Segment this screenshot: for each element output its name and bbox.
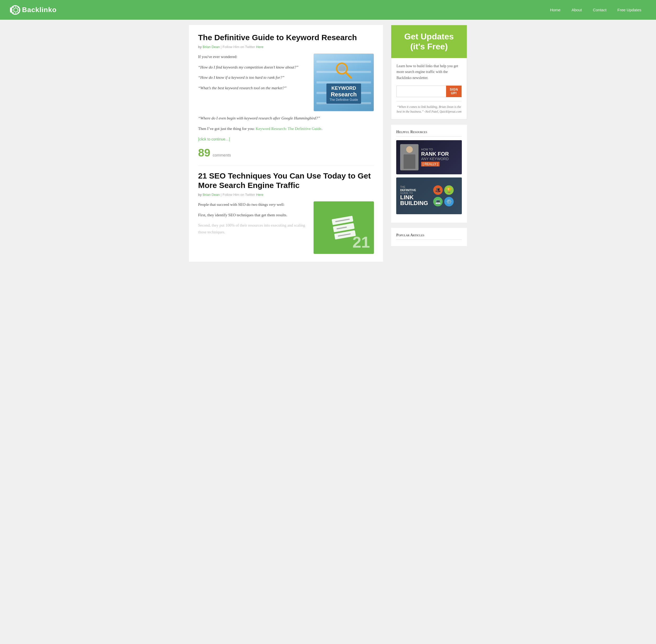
kw-title-box: KEYWORD Research The Definitive Guide <box>326 84 361 104</box>
person-image <box>400 144 419 170</box>
updates-body: Learn how to build links that help you g… <box>391 58 467 119</box>
helpful-resources-title: Helpful Resources <box>396 130 462 137</box>
laptop-icon: 💻 <box>433 197 443 206</box>
link-link: LINK <box>400 194 428 200</box>
link-left-text: THE DEFINITIVE GUIDE TO LINK BUILDING <box>400 186 428 206</box>
updates-description: Learn how to build links that help you g… <box>397 63 462 81</box>
twitter-2-link[interactable]: Here <box>256 193 263 197</box>
link-building-label: BUILDING <box>400 200 428 206</box>
comment-row: 89 comments <box>198 146 374 159</box>
author-link[interactable]: Brian Dean <box>203 45 220 49</box>
article-2-meta: by Brian Dean | Follow Him on Twitter He… <box>198 193 374 197</box>
site-header: Backlinko Home About Contact Free Update… <box>0 0 656 20</box>
seo-para-2: First, they identify SEO techniques that… <box>198 212 308 219</box>
article-text-left: If you've ever wondered: “How do I find … <box>198 53 308 95</box>
article-title: The Definitive Guide to Keyword Research <box>198 33 374 42</box>
rank-for-label: RANK FOR <box>421 151 458 157</box>
comment-count: 89 <box>198 146 210 159</box>
seo-img-content <box>333 217 354 238</box>
question-1: “How do I find keywords my competition d… <box>198 64 308 71</box>
link-the: THE <box>400 186 428 188</box>
seo-para-1: People that succeed with SEO do two thin… <box>198 201 308 208</box>
seo-para-3: Second, they put 100% of their resources… <box>198 222 308 235</box>
then-text: Then I’ve got just the thing for you: Ke… <box>198 125 374 132</box>
how-to-label: HOW TO <box>421 148 458 151</box>
hat-icon: 🎩 <box>433 185 443 195</box>
rank-text-box: HOW TO RANK FOR ANY KEYWORD [ REALLY ] <box>419 148 458 166</box>
keyword-research-image: KEYWORD Research The Definitive Guide <box>313 53 374 111</box>
svg-line-6 <box>13 6 14 8</box>
article-divider <box>198 166 374 166</box>
popular-articles: Popular Articles <box>391 228 467 246</box>
kw-def: The Definitive Guide <box>330 98 358 101</box>
article-2-body: People that succeed with SEO do two thin… <box>198 201 308 235</box>
link-building-resource[interactable]: THE DEFINITIVE GUIDE TO LINK BUILDING 🎩 … <box>396 178 462 214</box>
updates-header: Get Updates (it's Free) <box>391 25 467 58</box>
main-wrapper: The Definitive Guide to Keyword Research… <box>184 20 472 267</box>
question-3: “What’s the best keyword research tool o… <box>198 85 308 92</box>
svg-line-8 <box>18 6 19 8</box>
svg-line-9 <box>13 12 14 13</box>
twitter-link[interactable]: Here <box>256 45 263 49</box>
guide-link[interactable]: Keyword Research: The Definitive Guide <box>256 127 321 131</box>
seo-number: 21 <box>352 233 370 251</box>
article-seo-techniques: 21 SEO Techniques You Can Use Today to G… <box>198 171 374 254</box>
twitter-2-text: Follow Him on Twitter <box>222 193 255 197</box>
nav-free-updates[interactable]: Free Updates <box>613 5 646 14</box>
link-img-inner: THE DEFINITIVE GUIDE TO LINK BUILDING 🎩 … <box>400 185 454 206</box>
person-head <box>406 146 413 153</box>
seo-techniques-image: 21 <box>313 201 374 254</box>
article-body: If you've ever wondered: “How do I find … <box>198 53 308 91</box>
article-first-section: If you've ever wondered: “How do I find … <box>198 53 374 111</box>
email-input[interactable] <box>397 86 446 97</box>
svg-line-7 <box>18 12 19 13</box>
article-2-title: 21 SEO Techniques You Can Use Today to G… <box>198 171 374 190</box>
svg-line-11 <box>346 72 351 78</box>
link-definitive: DEFINITIVE <box>400 188 428 192</box>
keyword-img-content: KEYWORD Research The Definitive Guide <box>326 61 361 104</box>
twitter-text: Follow Him on Twitter <box>222 45 255 49</box>
svg-point-12 <box>338 65 345 72</box>
main-nav: Home About Contact Free Updates <box>546 5 646 14</box>
question-4: “Where do I even begin with keyword rese… <box>198 115 374 122</box>
gear-icon: ⚙️ <box>444 197 454 206</box>
svg-point-1 <box>14 8 18 12</box>
author-2-link[interactable]: Brian Dean <box>203 193 220 197</box>
divider-line <box>397 101 462 101</box>
article-meta: by Brian Dean | Follow Him on Twitter He… <box>198 45 374 49</box>
article-body-cont: “Where do I even begin with keyword rese… <box>198 115 374 132</box>
any-keyword-label: ANY KEYWORD <box>421 157 458 161</box>
svg-rect-14 <box>336 227 347 229</box>
rank-keyword-resource[interactable]: HOW TO RANK FOR ANY KEYWORD [ REALLY ] <box>396 140 462 174</box>
magnifier-icon <box>326 61 361 83</box>
kw-word: KEYWORD <box>330 86 358 91</box>
trophy-icon: 🏆 <box>444 185 454 195</box>
nav-home[interactable]: Home <box>546 5 565 14</box>
really-label: [ REALLY ] <box>421 162 440 166</box>
question-2: “How do I know if a keyword is too hard … <box>198 74 308 81</box>
kw-sub: Research <box>330 91 358 98</box>
svg-rect-15 <box>338 233 351 237</box>
comment-label: comments <box>213 153 231 157</box>
signup-button[interactable]: SIGN UP! <box>446 86 462 97</box>
updates-box: Get Updates (it's Free) Learn how to bui… <box>391 25 467 119</box>
site-logo[interactable]: Backlinko <box>10 5 57 15</box>
nav-contact[interactable]: Contact <box>589 5 611 14</box>
intro-text: If you've ever wondered: <box>198 53 308 61</box>
continue-link[interactable]: [click to continue…] <box>198 137 230 141</box>
testimonial: “When it comes to link building, Brian D… <box>397 105 462 114</box>
main-content: The Definitive Guide to Keyword Research… <box>189 25 383 262</box>
signup-row: SIGN UP! <box>397 86 462 97</box>
svg-rect-13 <box>335 219 350 222</box>
article-keyword-research: The Definitive Guide to Keyword Research… <box>198 33 374 159</box>
article-2-section: People that succeed with SEO do two thin… <box>198 201 374 254</box>
nav-about[interactable]: About <box>567 5 586 14</box>
helpful-resources: Helpful Resources HOW TO RANK FOR ANY KE… <box>391 125 467 223</box>
article-2-text: People that succeed with SEO do two thin… <box>198 201 308 239</box>
updates-header-text: Get Updates (it's Free) <box>397 31 462 52</box>
logo-text: Backlinko <box>22 6 57 14</box>
sidebar: Get Updates (it's Free) Learn how to bui… <box>391 25 467 262</box>
popular-articles-title: Popular Articles <box>396 233 462 240</box>
logo-icon <box>10 5 20 15</box>
